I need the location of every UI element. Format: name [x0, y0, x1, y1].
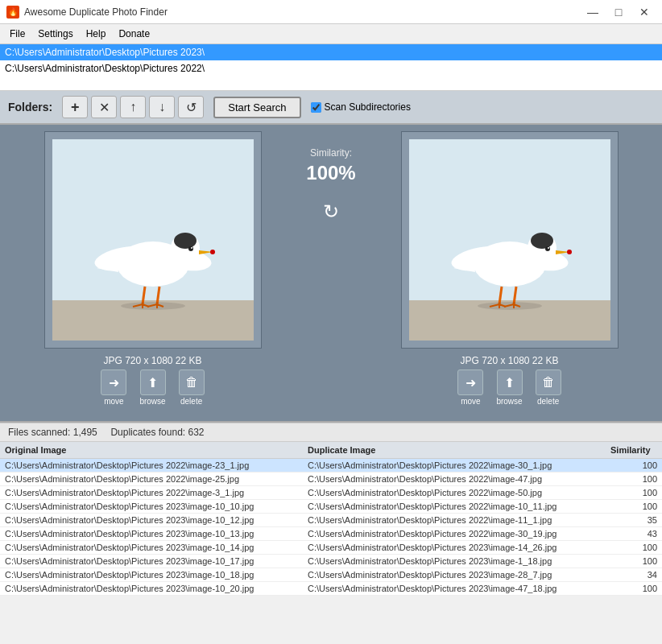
table-row[interactable]: C:\Users\Administrator\Desktop\Pictures … [0, 582, 662, 596]
table-row[interactable]: C:\Users\Administrator\Desktop\Pictures … [0, 459, 662, 473]
table-row[interactable]: C:\Users\Administrator\Desktop\Pictures … [0, 514, 662, 527]
left-delete-button[interactable]: 🗑 delete [179, 369, 205, 406]
app-title: Awesome Duplicate Photo Finder [24, 6, 581, 18]
right-image-info: JPG 720 x 1080 22 KB [460, 355, 558, 366]
right-move-icon: ➜ [457, 369, 483, 395]
remove-icon: ✕ [99, 100, 110, 115]
folders-label: Folders: [8, 101, 52, 114]
table-header-row: Original Image Duplicate Image Similarit… [0, 442, 662, 459]
col-header-similarity: Similarity [606, 442, 662, 459]
table-row[interactable]: C:\Users\Administrator\Desktop\Pictures … [0, 568, 662, 582]
swap-icon[interactable]: ↻ [323, 200, 339, 223]
left-browse-label: browse [139, 397, 165, 406]
cell-original: C:\Users\Administrator\Desktop\Pictures … [0, 486, 303, 500]
cell-similarity: 100 [606, 582, 662, 596]
move-up-button[interactable]: ↑ [120, 96, 146, 118]
remove-folder-button[interactable]: ✕ [91, 96, 117, 118]
add-folder-button[interactable]: + [62, 96, 88, 118]
move-down-button[interactable]: ↓ [149, 96, 175, 118]
right-browse-icon: ⬆ [497, 369, 523, 395]
right-delete-button[interactable]: 🗑 delete [536, 369, 561, 406]
table-row[interactable]: C:\Users\Administrator\Desktop\Pictures … [0, 473, 662, 486]
scan-subdirs-checkbox[interactable] [311, 102, 321, 113]
similarity-value: 100% [306, 162, 355, 184]
right-delete-label: delete [537, 397, 559, 406]
reset-button[interactable]: ↺ [178, 96, 204, 118]
cell-original: C:\Users\Administrator\Desktop\Pictures … [0, 555, 303, 568]
cell-duplicate: C:\Users\Administrator\Desktop\Pictures … [303, 555, 606, 568]
start-search-button[interactable]: Start Search [213, 97, 300, 118]
right-image [409, 139, 610, 341]
cell-duplicate: C:\Users\Administrator\Desktop\Pictures … [303, 486, 606, 500]
cell-original: C:\Users\Administrator\Desktop\Pictures … [0, 568, 303, 582]
results-table-container[interactable]: Original Image Duplicate Image Similarit… [0, 442, 662, 596]
table-row[interactable]: C:\Users\Administrator\Desktop\Pictures … [0, 555, 662, 568]
table-row[interactable]: C:\Users\Administrator\Desktop\Pictures … [0, 527, 662, 541]
right-move-label: move [461, 397, 480, 406]
left-image-frame [44, 131, 262, 349]
menu-settings[interactable]: Settings [31, 26, 79, 42]
cell-similarity: 34 [606, 568, 662, 582]
left-image-info: JPG 720 x 1080 22 KB [103, 355, 201, 366]
scan-subdirs-label: Scan Subdirectories [325, 101, 411, 113]
left-image-panel: JPG 720 x 1080 22 KB ➜ move ⬆ browse 🗑 d… [6, 131, 299, 415]
cell-similarity: 100 [606, 459, 662, 473]
duplicates-found: Duplicates found: 632 [110, 427, 204, 438]
svg-point-21 [545, 246, 550, 251]
left-move-button[interactable]: ➜ move [101, 369, 126, 406]
cell-similarity: 100 [606, 541, 662, 555]
menu-donate[interactable]: Donate [112, 26, 156, 42]
right-action-icons: ➜ move ⬆ browse 🗑 delete [457, 369, 561, 406]
results-table: Original Image Duplicate Image Similarit… [0, 442, 662, 596]
cell-original: C:\Users\Administrator\Desktop\Pictures … [0, 527, 303, 541]
cell-original: C:\Users\Administrator\Desktop\Pictures … [0, 500, 303, 514]
left-browse-button[interactable]: ⬆ browse [139, 369, 165, 406]
files-scanned: Files scanned: 1,495 [8, 427, 97, 438]
table-row[interactable]: C:\Users\Administrator\Desktop\Pictures … [0, 541, 662, 555]
svg-point-6 [174, 233, 197, 249]
col-header-duplicate: Duplicate Image [303, 442, 606, 459]
app-icon: 🔥 [6, 6, 19, 19]
window-controls: — □ ✕ [581, 3, 656, 21]
menu-file[interactable]: File [3, 26, 31, 42]
svg-point-20 [567, 250, 572, 254]
cell-original: C:\Users\Administrator\Desktop\Pictures … [0, 582, 303, 596]
cell-original: C:\Users\Administrator\Desktop\Pictures … [0, 541, 303, 555]
left-action-icons: ➜ move ⬆ browse 🗑 delete [101, 369, 204, 406]
toolbar: Folders: + ✕ ↑ ↓ ↺ Start Search Scan Sub… [0, 91, 662, 125]
cell-duplicate: C:\Users\Administrator\Desktop\Pictures … [303, 514, 606, 527]
cell-similarity: 100 [606, 486, 662, 500]
left-image [52, 139, 254, 341]
menu-help[interactable]: Help [80, 26, 113, 42]
svg-point-9 [191, 247, 192, 249]
right-browse-label: browse [496, 397, 522, 406]
comparison-area: JPG 720 x 1080 22 KB ➜ move ⬆ browse 🗑 d… [0, 125, 662, 423]
reset-icon: ↺ [186, 100, 197, 115]
cell-duplicate: C:\Users\Administrator\Desktop\Pictures … [303, 459, 606, 473]
right-delete-icon: 🗑 [536, 369, 561, 395]
maximize-button[interactable]: □ [607, 3, 630, 21]
cell-similarity: 43 [606, 527, 662, 541]
cell-similarity: 100 [606, 500, 662, 514]
cell-similarity: 35 [606, 514, 662, 527]
close-button[interactable]: ✕ [633, 3, 656, 21]
folder-item-1[interactable]: C:\Users\Administrator\Desktop\Pictures … [0, 44, 662, 60]
table-row[interactable]: C:\Users\Administrator\Desktop\Pictures … [0, 500, 662, 514]
cell-original: C:\Users\Administrator\Desktop\Pictures … [0, 473, 303, 486]
svg-point-22 [548, 247, 549, 249]
right-image-frame [401, 131, 619, 349]
svg-point-8 [188, 246, 193, 251]
down-arrow-icon: ↓ [159, 100, 165, 114]
folder-item-2[interactable]: C:\Users\Administrator\Desktop\Pictures … [0, 60, 662, 76]
minimize-button[interactable]: — [581, 3, 604, 21]
left-move-icon: ➜ [101, 369, 126, 395]
svg-point-19 [531, 233, 553, 249]
folder-list: C:\Users\Administrator\Desktop\Pictures … [0, 44, 662, 91]
cell-original: C:\Users\Administrator\Desktop\Pictures … [0, 514, 303, 527]
cell-duplicate: C:\Users\Administrator\Desktop\Pictures … [303, 568, 606, 582]
right-image-panel: JPG 720 x 1080 22 KB ➜ move ⬆ browse 🗑 d… [363, 131, 656, 415]
right-browse-button[interactable]: ⬆ browse [496, 369, 522, 406]
table-row[interactable]: C:\Users\Administrator\Desktop\Pictures … [0, 486, 662, 500]
similarity-panel: Similarity: 100% ↻ [299, 131, 363, 415]
right-move-button[interactable]: ➜ move [457, 369, 483, 406]
